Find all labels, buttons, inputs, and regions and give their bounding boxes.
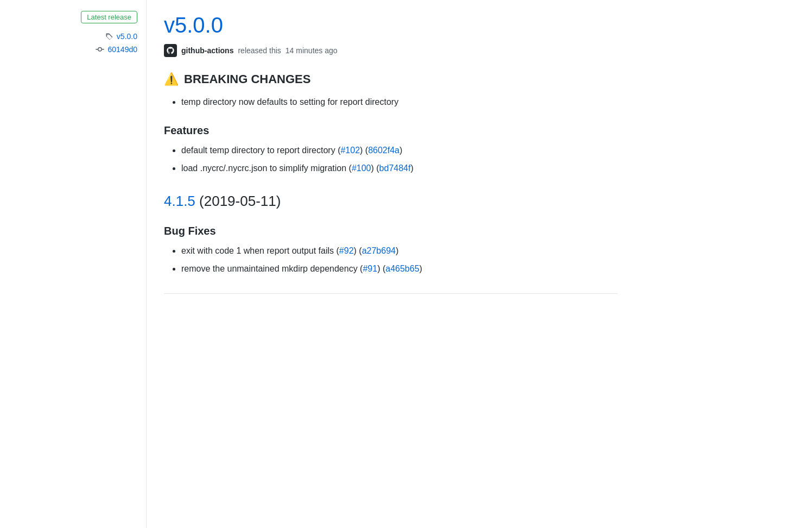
features-list: default temp directory to report directo… <box>164 143 618 175</box>
list-item: remove the unmaintained mkdirp dependenc… <box>181 262 618 276</box>
features-title: Features <box>164 124 618 137</box>
sidebar: Latest release v5.0.0 60149d0 <box>0 0 147 528</box>
version-title: v5.0.0 <box>164 13 618 37</box>
pr-link-102[interactable]: #102 <box>340 146 360 155</box>
commit-link-8602f4a[interactable]: 8602f4a <box>368 146 399 155</box>
sidebar-tag-row: v5.0.0 <box>105 32 137 41</box>
main-content: v5.0.0 github-actions released this 14 m… <box>147 0 635 528</box>
sidebar-commit-label[interactable]: 60149d0 <box>107 45 137 54</box>
tag-icon <box>105 32 113 41</box>
sidebar-commit-row: 60149d0 <box>96 45 137 54</box>
warning-icon: ⚠️ <box>164 72 179 86</box>
list-item: temp directory now defaults to setting f… <box>181 95 618 109</box>
list-item: exit with code 1 when report output fail… <box>181 244 618 258</box>
bug-fixes-list: exit with code 1 when report output fail… <box>164 244 618 276</box>
latest-release-badge[interactable]: Latest release <box>81 11 137 23</box>
sidebar-tag-label[interactable]: v5.0.0 <box>117 32 137 41</box>
version-415-link[interactable]: 4.1.5 <box>164 193 195 209</box>
breaking-changes-list: temp directory now defaults to setting f… <box>164 95 618 109</box>
commit-link-a27b694[interactable]: a27b694 <box>362 246 396 255</box>
release-author[interactable]: github-actions <box>181 46 233 55</box>
pr-link-100[interactable]: #100 <box>352 164 371 173</box>
release-time: 14 minutes ago <box>286 46 338 55</box>
list-item: load .nycrc/.nycrc.json to simplify migr… <box>181 161 618 175</box>
release-meta: github-actions released this 14 minutes … <box>164 44 618 57</box>
pr-link-92[interactable]: #92 <box>339 246 354 255</box>
bottom-divider <box>164 293 618 294</box>
breaking-changes-heading: ⚠️ BREAKING CHANGES <box>164 72 618 86</box>
breaking-changes-title: BREAKING CHANGES <box>184 72 310 86</box>
commit-link-a465b65[interactable]: a465b65 <box>385 264 419 273</box>
version-415-heading: 4.1.5 (2019-05-11) <box>164 193 618 210</box>
version-415-date: (2019-05-11) <box>199 193 281 209</box>
commit-icon <box>96 45 104 54</box>
release-action: released this <box>238 46 281 55</box>
bug-fixes-title: Bug Fixes <box>164 225 618 237</box>
list-item: default temp directory to report directo… <box>181 143 618 158</box>
pr-link-91[interactable]: #91 <box>363 264 377 273</box>
author-avatar <box>164 44 177 57</box>
commit-link-bd7484f[interactable]: bd7484f <box>379 164 411 173</box>
